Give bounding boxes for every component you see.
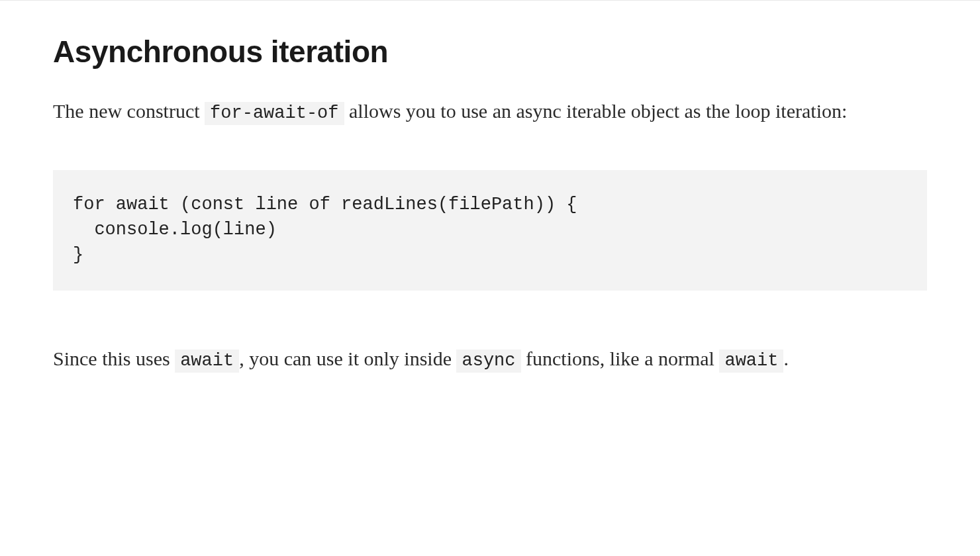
inline-code-async: async xyxy=(456,349,520,373)
intro-text-before: The new construct xyxy=(53,100,205,122)
intro-paragraph: The new construct for-await-of allows yo… xyxy=(53,92,927,130)
explain-seg1: Since this uses xyxy=(53,348,175,369)
explain-seg3: functions, like a normal xyxy=(521,348,720,369)
explain-seg2: , you can use it only inside xyxy=(239,348,456,369)
explanation-paragraph: Since this uses await, you can use it on… xyxy=(53,340,927,378)
inline-code-await-1: await xyxy=(175,349,239,373)
explain-seg4: . xyxy=(783,348,789,369)
section-heading: Asynchronous iteration xyxy=(53,34,927,70)
inline-code-for-await-of: for-await-of xyxy=(205,102,344,125)
code-block-example: for await (const line of readLines(fileP… xyxy=(53,170,927,290)
inline-code-await-2: await xyxy=(719,349,783,373)
intro-text-after: allows you to use an async iterable obje… xyxy=(344,100,848,122)
